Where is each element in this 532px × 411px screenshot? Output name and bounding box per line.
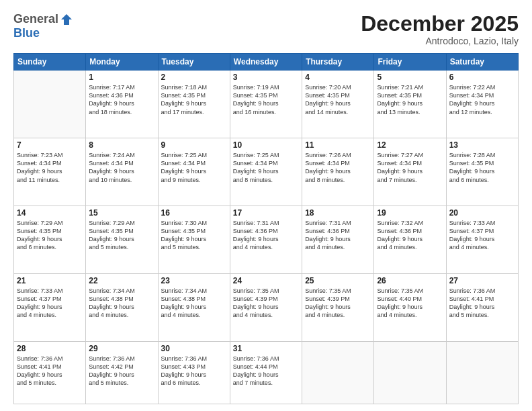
- calendar-cell: 30Sunrise: 7:36 AM Sunset: 4:43 PM Dayli…: [158, 341, 230, 404]
- calendar-header-saturday: Saturday: [446, 54, 518, 71]
- calendar-cell: 25Sunrise: 7:35 AM Sunset: 4:39 PM Dayli…: [302, 273, 374, 341]
- day-info: Sunrise: 7:25 AM Sunset: 4:34 PM Dayligh…: [161, 151, 227, 184]
- title-block: December 2025 Antrodoco, Lazio, Italy: [361, 12, 519, 46]
- day-number: 16: [161, 208, 227, 218]
- calendar-header-row: SundayMondayTuesdayWednesdayThursdayFrid…: [14, 54, 519, 71]
- calendar-cell: 24Sunrise: 7:35 AM Sunset: 4:39 PM Dayli…: [230, 273, 302, 341]
- day-number: 30: [161, 344, 227, 353]
- calendar-cell: 23Sunrise: 7:34 AM Sunset: 4:38 PM Dayli…: [158, 273, 230, 341]
- day-number: 10: [233, 140, 299, 150]
- calendar-cell: 31Sunrise: 7:36 AM Sunset: 4:44 PM Dayli…: [230, 341, 302, 404]
- calendar-cell: 18Sunrise: 7:31 AM Sunset: 4:36 PM Dayli…: [302, 206, 374, 274]
- logo-blue-text: Blue: [13, 26, 40, 40]
- day-number: 15: [89, 208, 154, 218]
- calendar-cell: 10Sunrise: 7:25 AM Sunset: 4:34 PM Dayli…: [230, 138, 302, 206]
- calendar-table: SundayMondayTuesdayWednesdayThursdayFrid…: [13, 53, 519, 404]
- calendar-week-row-3: 14Sunrise: 7:29 AM Sunset: 4:35 PM Dayli…: [14, 206, 519, 274]
- calendar-cell: [374, 341, 446, 404]
- calendar-cell: [446, 341, 518, 404]
- calendar-week-row-5: 28Sunrise: 7:36 AM Sunset: 4:41 PM Dayli…: [14, 341, 519, 404]
- calendar-header-monday: Monday: [86, 54, 158, 71]
- calendar-cell: 16Sunrise: 7:30 AM Sunset: 4:35 PM Dayli…: [158, 206, 230, 274]
- calendar-cell: 17Sunrise: 7:31 AM Sunset: 4:36 PM Dayli…: [230, 206, 302, 274]
- calendar-week-row-2: 7Sunrise: 7:23 AM Sunset: 4:34 PM Daylig…: [14, 138, 519, 206]
- calendar-cell: 12Sunrise: 7:27 AM Sunset: 4:34 PM Dayli…: [374, 138, 446, 206]
- day-info: Sunrise: 7:35 AM Sunset: 4:40 PM Dayligh…: [377, 287, 443, 320]
- day-number: 7: [17, 140, 83, 150]
- day-number: 23: [161, 276, 227, 285]
- calendar-cell: 13Sunrise: 7:28 AM Sunset: 4:35 PM Dayli…: [446, 138, 518, 206]
- day-info: Sunrise: 7:35 AM Sunset: 4:39 PM Dayligh…: [305, 287, 371, 320]
- calendar-cell: 19Sunrise: 7:32 AM Sunset: 4:36 PM Dayli…: [374, 206, 446, 274]
- page: General Blue December 2025 Antrodoco, La…: [0, 0, 532, 411]
- day-info: Sunrise: 7:31 AM Sunset: 4:36 PM Dayligh…: [305, 219, 371, 252]
- logo: General Blue: [13, 12, 73, 40]
- calendar-cell: 27Sunrise: 7:36 AM Sunset: 4:41 PM Dayli…: [446, 273, 518, 341]
- header: General Blue December 2025 Antrodoco, La…: [13, 12, 519, 46]
- calendar-cell: 4Sunrise: 7:20 AM Sunset: 4:35 PM Daylig…: [302, 71, 374, 138]
- day-info: Sunrise: 7:18 AM Sunset: 4:35 PM Dayligh…: [161, 83, 227, 116]
- day-number: 3: [233, 73, 299, 82]
- day-number: 17: [233, 208, 299, 218]
- day-info: Sunrise: 7:28 AM Sunset: 4:35 PM Dayligh…: [449, 151, 515, 184]
- day-number: 29: [89, 344, 154, 353]
- day-number: 14: [17, 208, 83, 218]
- calendar-cell: 8Sunrise: 7:24 AM Sunset: 4:34 PM Daylig…: [86, 138, 158, 206]
- calendar-cell: [302, 341, 374, 404]
- calendar-cell: 29Sunrise: 7:36 AM Sunset: 4:42 PM Dayli…: [86, 341, 158, 404]
- day-number: 12: [377, 140, 443, 150]
- calendar-cell: 6Sunrise: 7:22 AM Sunset: 4:34 PM Daylig…: [446, 71, 518, 138]
- day-number: 25: [305, 276, 371, 285]
- day-info: Sunrise: 7:29 AM Sunset: 4:35 PM Dayligh…: [17, 219, 83, 252]
- day-number: 6: [449, 73, 515, 82]
- day-info: Sunrise: 7:36 AM Sunset: 4:41 PM Dayligh…: [449, 287, 515, 320]
- calendar-cell: 21Sunrise: 7:33 AM Sunset: 4:37 PM Dayli…: [14, 273, 86, 341]
- day-number: 24: [233, 276, 299, 285]
- day-number: 27: [449, 276, 515, 285]
- calendar-cell: 2Sunrise: 7:18 AM Sunset: 4:35 PM Daylig…: [158, 71, 230, 138]
- calendar-header-tuesday: Tuesday: [158, 54, 230, 71]
- svg-marker-0: [61, 14, 72, 25]
- day-number: 2: [161, 73, 227, 82]
- day-info: Sunrise: 7:36 AM Sunset: 4:41 PM Dayligh…: [17, 355, 83, 387]
- location: Antrodoco, Lazio, Italy: [361, 36, 519, 46]
- calendar-cell: 9Sunrise: 7:25 AM Sunset: 4:34 PM Daylig…: [158, 138, 230, 206]
- day-number: 5: [377, 73, 443, 82]
- day-number: 4: [305, 73, 371, 82]
- calendar-cell: 20Sunrise: 7:33 AM Sunset: 4:37 PM Dayli…: [446, 206, 518, 274]
- day-number: 21: [17, 276, 83, 285]
- logo-icon: [60, 13, 73, 26]
- calendar-week-row-1: 1Sunrise: 7:17 AM Sunset: 4:36 PM Daylig…: [14, 71, 519, 138]
- day-info: Sunrise: 7:19 AM Sunset: 4:35 PM Dayligh…: [233, 83, 299, 116]
- calendar-header-wednesday: Wednesday: [230, 54, 302, 71]
- day-info: Sunrise: 7:26 AM Sunset: 4:34 PM Dayligh…: [305, 151, 371, 184]
- calendar-cell: 28Sunrise: 7:36 AM Sunset: 4:41 PM Dayli…: [14, 341, 86, 404]
- day-number: 31: [233, 344, 299, 353]
- month-title: December 2025: [361, 12, 519, 36]
- day-info: Sunrise: 7:35 AM Sunset: 4:39 PM Dayligh…: [233, 287, 299, 320]
- day-number: 20: [449, 208, 515, 218]
- day-info: Sunrise: 7:34 AM Sunset: 4:38 PM Dayligh…: [89, 287, 154, 320]
- day-number: 11: [305, 140, 371, 150]
- day-info: Sunrise: 7:33 AM Sunset: 4:37 PM Dayligh…: [449, 219, 515, 252]
- day-info: Sunrise: 7:31 AM Sunset: 4:36 PM Dayligh…: [233, 219, 299, 252]
- calendar-week-row-4: 21Sunrise: 7:33 AM Sunset: 4:37 PM Dayli…: [14, 273, 519, 341]
- day-info: Sunrise: 7:29 AM Sunset: 4:35 PM Dayligh…: [89, 219, 154, 252]
- calendar-cell: 11Sunrise: 7:26 AM Sunset: 4:34 PM Dayli…: [302, 138, 374, 206]
- day-info: Sunrise: 7:17 AM Sunset: 4:36 PM Dayligh…: [89, 83, 154, 116]
- calendar-header-thursday: Thursday: [302, 54, 374, 71]
- day-info: Sunrise: 7:36 AM Sunset: 4:42 PM Dayligh…: [89, 355, 154, 387]
- day-number: 1: [89, 73, 154, 82]
- day-number: 13: [449, 140, 515, 150]
- calendar-cell: 26Sunrise: 7:35 AM Sunset: 4:40 PM Dayli…: [374, 273, 446, 341]
- calendar-cell: 3Sunrise: 7:19 AM Sunset: 4:35 PM Daylig…: [230, 71, 302, 138]
- day-info: Sunrise: 7:20 AM Sunset: 4:35 PM Dayligh…: [305, 83, 371, 116]
- day-info: Sunrise: 7:36 AM Sunset: 4:44 PM Dayligh…: [233, 355, 299, 387]
- calendar-cell: 22Sunrise: 7:34 AM Sunset: 4:38 PM Dayli…: [86, 273, 158, 341]
- calendar-cell: 15Sunrise: 7:29 AM Sunset: 4:35 PM Dayli…: [86, 206, 158, 274]
- logo-general-text: General: [13, 12, 58, 26]
- calendar-cell: [14, 71, 86, 138]
- day-info: Sunrise: 7:25 AM Sunset: 4:34 PM Dayligh…: [233, 151, 299, 184]
- calendar-cell: 1Sunrise: 7:17 AM Sunset: 4:36 PM Daylig…: [86, 71, 158, 138]
- day-info: Sunrise: 7:27 AM Sunset: 4:34 PM Dayligh…: [377, 151, 443, 184]
